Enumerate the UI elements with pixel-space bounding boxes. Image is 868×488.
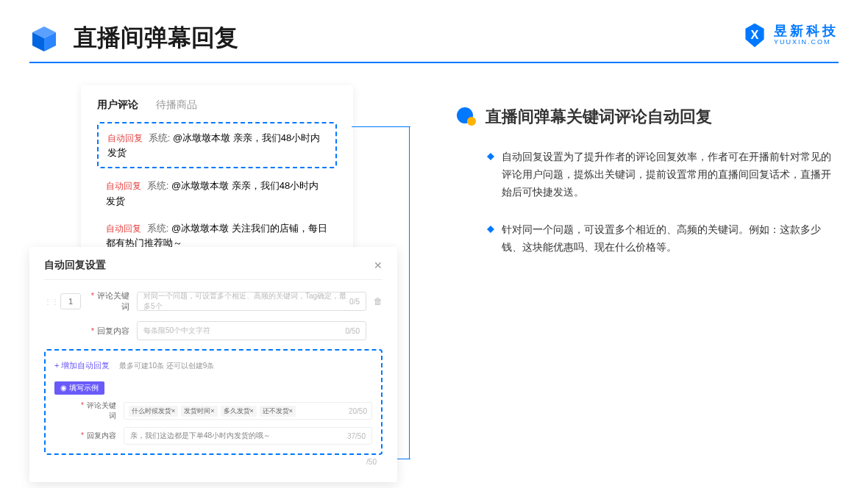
sequence-number: 1 [60,293,81,309]
keyword-label: *评论关键词 [88,290,129,312]
auto-reply-tag: 自动回复 [107,133,143,143]
char-count: 0/5 [349,298,360,306]
tag: 多久发货× [221,406,257,417]
connector-line [409,126,410,459]
ex-content-label: *回复内容 [75,431,116,441]
char-count: 20/50 [349,407,367,415]
tag: 还不发货× [260,406,296,417]
brand-logo-block: X 昱新科技 YUUXIN.COM [741,22,839,49]
section-title: 直播间弹幕关键词评论自动回复 [485,106,712,128]
content-input[interactable]: 每条限50个中文字符 0/50 [137,321,366,340]
auto-reply-tag: 自动回复 [106,181,141,191]
add-hint: 最多可建10条 还可以创建9条 [119,362,214,370]
diamond-bullet-icon [487,153,494,160]
system-label: 系统: [149,132,171,143]
screenshot-mockup: 用户评论 待播商品 自动回复 系统: @冰墩墩本墩 亲亲，我们48小时内发货 自… [29,85,412,277]
explanation-column: 直播间弹幕关键词评论自动回复 自动回复设置为了提升作者的评论回复效率，作者可在开… [456,85,839,277]
brand-name-cn: 昱新科技 [774,24,839,39]
bullet-item: 针对同一个问题，可设置多个相近的、高频的关键词。例如：这款多少钱、这块能优惠吗、… [456,221,839,256]
bullet-text: 自动回复设置为了提升作者的评论回复效率，作者可在开播前针对常见的评论用户问题，提… [502,148,839,201]
bullet-item: 自动回复设置为了提升作者的评论回复效率，作者可在开播前针对常见的评论用户问题，提… [456,148,839,201]
example-highlight-box: + 增加自动回复 最多可建10条 还可以创建9条 ◉ 填写示例 *评论关键词 什… [44,349,383,455]
svg-marker-6 [487,153,494,160]
chat-bubble-icon [456,107,477,127]
page-title: 直播间弹幕回复 [74,22,238,54]
brand-logo-icon: X [741,22,768,49]
cube-icon [29,24,59,53]
system-label: 系统: [147,223,169,234]
modal-title: 自动回复设置 [44,259,106,272]
system-label: 系统: [147,180,169,191]
trash-icon[interactable]: 🗑 [374,296,383,306]
bullet-text: 针对同一个问题，可设置多个相近的、高频的关键词。例如：这款多少钱、这块能优惠吗、… [502,221,839,256]
char-count: 37/50 [347,432,366,440]
section-header: 直播间弹幕关键词评论自动回复 [456,106,839,128]
highlighted-comment: 自动回复 系统: @冰墩墩本墩 亲亲，我们48小时内发货 [97,122,337,168]
content-label: *回复内容 [88,326,129,337]
form-row-content: *回复内容 每条限50个中文字符 0/50 [44,321,383,340]
drag-handle-icon[interactable]: ⋮⋮ [44,298,53,306]
tab-pending-goods[interactable]: 待播商品 [156,98,197,112]
tag: 什么时候发货× [129,406,178,417]
add-auto-reply-link[interactable]: + 增加自动回复 [54,361,110,370]
connector-line [352,126,410,127]
close-icon[interactable]: ✕ [374,259,383,271]
auto-reply-tag: 自动回复 [106,223,141,234]
ex-keyword-label: *评论关键词 [75,401,116,421]
example-badge: ◉ 填写示例 [54,381,104,395]
extra-count: /50 [44,458,383,466]
auto-reply-settings-modal: 自动回复设置 ✕ ⋮⋮ 1 *评论关键词 对同一个问题，可设置多个相近、高频的关… [29,247,397,482]
svg-marker-7 [487,226,494,233]
form-row-keyword: ⋮⋮ 1 *评论关键词 对同一个问题，可设置多个相近、高频的关键词，Tag确定，… [44,290,383,312]
diamond-bullet-icon [487,226,494,233]
char-count: 0/50 [346,327,360,335]
tabs: 用户评论 待播商品 [97,98,337,112]
tag: 发货时间× [181,406,217,417]
example-keyword-input[interactable]: 什么时候发货× 发货时间× 多久发货× 还不发货× 20/50 [124,402,372,420]
svg-point-5 [467,117,476,126]
keyword-input[interactable]: 对同一个问题，可设置多个相近、高频的关键词，Tag确定，最多5个 0/5 [137,292,366,311]
comment-row: 自动回复 系统: @冰墩墩本墩 亲亲，我们48小时内发货 [97,173,337,215]
example-keyword-row: *评论关键词 什么时候发货× 发货时间× 多久发货× 还不发货× 20/50 [54,401,372,421]
svg-text:X: X [751,28,759,41]
page-header: 直播间弹幕回复 X 昱新科技 YUUXIN.COM [0,0,868,62]
brand-name-en: YUUXIN.COM [774,39,839,46]
example-content-input[interactable]: 亲，我们这边都是下单48小时内发货的哦～ 37/50 [124,427,372,445]
example-content-row: *回复内容 亲，我们这边都是下单48小时内发货的哦～ 37/50 [54,427,372,445]
header-divider [29,62,839,63]
tab-user-comments[interactable]: 用户评论 [97,98,138,112]
